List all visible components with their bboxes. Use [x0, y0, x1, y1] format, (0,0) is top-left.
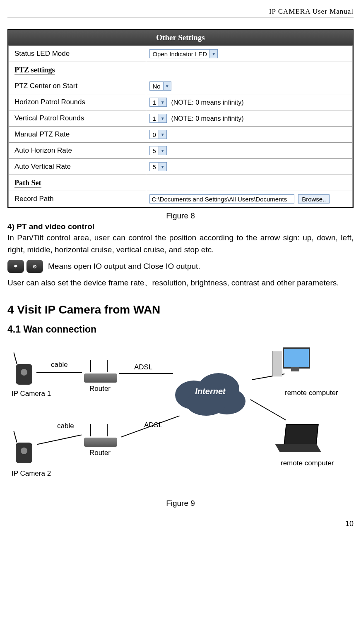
row-record-path: Record Path C:\Documents and Settings\Al…: [9, 191, 353, 207]
io-close-icon: ⊘: [26, 260, 43, 273]
row-ptz-heading: PTZ settings: [9, 62, 353, 78]
note-vertical-patrol: (NOTE: 0 means infinity): [171, 115, 243, 122]
label-vertical-patrol: Vertical Patrol Rounds: [9, 110, 146, 127]
dropdown-value: No: [152, 83, 163, 90]
section-4-para1: In Pan/Tilt control area, user can contr…: [7, 232, 354, 256]
line-router1-cloud: [119, 373, 173, 374]
label-manual-ptz: Manual PTZ Rate: [9, 127, 146, 143]
section-4-para2: User can also set the device frame rate、…: [7, 277, 354, 289]
camera2-label: IP Camera 2: [12, 469, 51, 478]
router2-label: Router: [89, 449, 111, 457]
dropdown-status-led[interactable]: Open Indicator LED ▼: [149, 49, 218, 58]
input-record-path[interactable]: C:\Documents and Settings\All Users\Docu…: [149, 194, 294, 203]
heading-4-1: 4.1 Wan connection: [7, 324, 354, 335]
row-auto-vertical: Auto Vertical Rate 5 ▼: [9, 159, 353, 175]
dropdown-auto-horizon[interactable]: 5 ▼: [149, 146, 166, 155]
label-status-led: Status LED Mode: [9, 46, 146, 62]
laptop-icon: [277, 424, 322, 455]
line-cam1-router1: [36, 372, 82, 373]
dropdown-value: 5: [152, 163, 158, 170]
row-ptz-center: PTZ Center on Start No ▼: [9, 78, 353, 94]
dropdown-manual-ptz[interactable]: 0 ▼: [149, 130, 166, 139]
figure8-caption: Figure 8: [7, 211, 354, 220]
line-cam2-router2: [37, 434, 82, 445]
chevron-down-icon: ▼: [159, 163, 166, 171]
heading-ptz: PTZ settings: [14, 66, 55, 75]
dropdown-value: 0: [152, 131, 158, 138]
label-auto-vertical: Auto Vertical Rate: [9, 159, 146, 175]
dropdown-value: 1: [152, 115, 158, 122]
wan-diagram: IP Camera 1 cable Router ADSL IP Camera …: [12, 343, 351, 496]
internet-cloud-icon: Internet: [169, 366, 252, 420]
pc-label: remote computer: [285, 389, 338, 397]
settings-title: Other Settings: [8, 30, 353, 45]
row-path-heading: Path Set: [9, 175, 353, 191]
label-horizon-patrol: Horizon Patrol Rounds: [9, 94, 146, 110]
row-vertical-patrol: Vertical Patrol Rounds 1 ▼ (NOTE: 0 mean…: [9, 110, 353, 127]
adsl1-label: ADSL: [134, 363, 152, 371]
chevron-down-icon: ▼: [159, 130, 166, 139]
router1-icon: [82, 360, 119, 383]
row-manual-ptz: Manual PTZ Rate 0 ▼: [9, 127, 353, 143]
cable2-label: cable: [57, 422, 74, 430]
chevron-down-icon: ▼: [159, 114, 166, 122]
heading-4: 4 Visit IP Camera from WAN: [7, 303, 354, 316]
note-horizon-patrol: (NOTE: 0 means infinity): [171, 99, 243, 106]
settings-table: Status LED Mode Open Indicator LED ▼ PTZ…: [8, 45, 353, 207]
desktop-pc-icon: [277, 347, 310, 385]
page-header: IP CAMERA User Manual: [7, 7, 354, 17]
settings-panel: Other Settings Status LED Mode Open Indi…: [7, 29, 354, 208]
dropdown-horizon-patrol[interactable]: 1 ▼: [149, 98, 166, 107]
label-record-path: Record Path: [9, 191, 146, 207]
label-ptz-center: PTZ Center on Start: [9, 78, 146, 94]
dropdown-value: Open Indicator LED: [152, 50, 209, 57]
router1-label: Router: [89, 385, 111, 393]
dropdown-ptz-center[interactable]: No ▼: [149, 81, 171, 91]
io-open-icon: ⚭: [7, 260, 24, 273]
section-4-title: 4) PT and video control: [7, 222, 354, 231]
camera1-icon: [12, 356, 36, 385]
chevron-down-icon: ▼: [163, 82, 171, 90]
figure9-caption: Figure 9: [7, 499, 354, 508]
dropdown-auto-vertical[interactable]: 5 ▼: [149, 162, 166, 171]
laptop-label: remote computer: [281, 459, 334, 467]
router2-icon: [82, 424, 119, 447]
camera1-label: IP Camera 1: [12, 390, 51, 398]
heading-path: Path Set: [14, 179, 41, 188]
label-auto-horizon: Auto Horizon Rate: [9, 143, 146, 159]
page-number: 10: [7, 520, 354, 528]
row-auto-horizon: Auto Horizon Rate 5 ▼: [9, 143, 353, 159]
chevron-down-icon: ▼: [159, 98, 166, 106]
row-horizon-patrol: Horizon Patrol Rounds 1 ▼ (NOTE: 0 means…: [9, 94, 353, 110]
camera2-icon: [12, 434, 36, 463]
line-cloud-laptop: [250, 399, 286, 421]
internet-label: Internet: [169, 387, 252, 396]
dropdown-vertical-patrol[interactable]: 1 ▼: [149, 114, 166, 123]
cable1-label: cable: [51, 361, 68, 369]
row-status-led: Status LED Mode Open Indicator LED ▼: [9, 46, 353, 62]
browse-button[interactable]: Browse..: [298, 194, 330, 203]
io-text: Means open IO output and Close IO output…: [48, 262, 200, 271]
dropdown-value: 5: [152, 147, 158, 154]
io-row: ⚭ ⊘ Means open IO output and Close IO ou…: [7, 260, 354, 273]
dropdown-value: 1: [152, 99, 158, 106]
chevron-down-icon: ▼: [159, 146, 166, 155]
chevron-down-icon: ▼: [209, 50, 217, 58]
